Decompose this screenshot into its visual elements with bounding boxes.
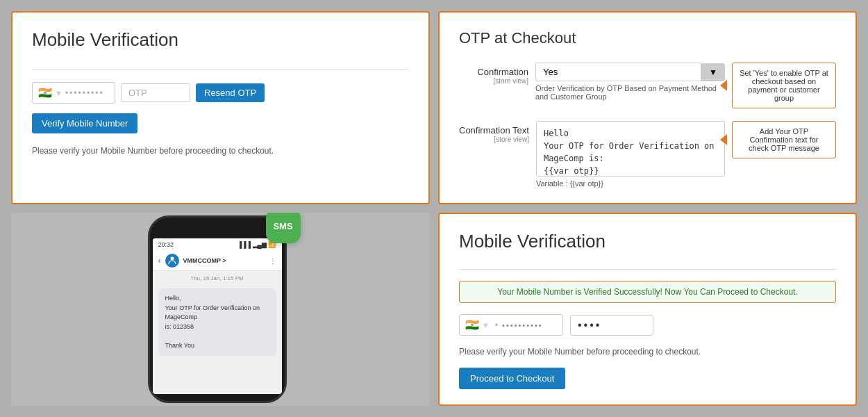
phone-message-text: Hello, Your OTP for Order Verification o… (165, 295, 260, 349)
divider-2 (459, 269, 836, 270)
phone-time: 20:32 (158, 241, 174, 248)
yes-select-row: Yes ▼ (535, 63, 725, 81)
success-banner: Your Mobile Number is Verified Successfu… (459, 281, 836, 303)
select-arrow-icon[interactable]: ▼ (701, 63, 725, 81)
phone-field[interactable]: 🇮🇳 ▼ ••••••••• (32, 82, 115, 104)
resend-otp-button[interactable]: Resend OTP (196, 83, 265, 102)
otp-checkout-title: OTP at Checkout (459, 29, 836, 47)
variable-note: Variable : {{var otp}} (536, 179, 725, 188)
confirmation-label: Confirmation [store view] (459, 63, 528, 85)
phone-input-row: 🇮🇳 ▼ ••••••••• OTP Resend OTP (32, 82, 409, 104)
phone-contact-name: VMMCCOMP > (183, 257, 226, 264)
flag-icon: 🇮🇳 (38, 86, 52, 99)
confirmation-select[interactable]: Yes (535, 63, 701, 81)
confirmation-field-area: Yes ▼ Order Verification by OTP Based on… (535, 63, 725, 101)
svg-point-0 (170, 257, 174, 261)
mobile-verify-title: Mobile Verification (32, 29, 409, 51)
phone-sms-panel: SMS 20:32 ▐▐▐ ▂▄▆ 📶 ‹ VMMCCOMP > (11, 213, 430, 406)
sms-badge: SMS (266, 213, 301, 243)
verified-flag-icon: 🇮🇳 (465, 318, 479, 332)
phone-container: SMS 20:32 ▐▐▐ ▂▄▆ 📶 ‹ VMMCCOMP > (148, 215, 294, 403)
phone-screen: 20:32 ▐▐▐ ▂▄▆ 📶 ‹ VMMCCOMP > ⋮ Thu, 16 J… (153, 238, 282, 394)
verified-phone-field[interactable]: 🇮🇳 ▼ • •••••••••• (459, 314, 563, 336)
phone-signal: ▐▐▐ ▂▄▆ 📶 (237, 241, 276, 248)
callout-arrow-1 (720, 80, 727, 91)
phone-menu-icon[interactable]: ⋮ (269, 257, 276, 265)
phone-contact-avatar (165, 254, 179, 268)
confirmation-field-note: Order Verification by OTP Based on Payme… (535, 84, 725, 101)
phone-message-bubble: Hello, Your OTP for Order Verification o… (158, 288, 276, 356)
mobile-verified-title: Mobile Verification (459, 231, 836, 252)
phone-body: 20:32 ▐▐▐ ▂▄▆ 📶 ‹ VMMCCOMP > ⋮ Thu, 16 J… (148, 215, 287, 403)
mobile-verify-panel: Mobile Verification 🇮🇳 ▼ ••••••••• OTP R… (11, 11, 430, 204)
confirmation-textarea[interactable]: Hello Your OTP for Order Verification on… (536, 121, 725, 177)
confirmation-text-label: Confirmation Text [store view] (459, 121, 529, 143)
confirmation-row: Confirmation [store view] Yes ▼ Order Ve… (459, 63, 836, 108)
phone-date-label: Thu, 16 Jan, 1:15 PM (153, 271, 282, 286)
phone-status-bar: 20:32 ▐▐▐ ▂▄▆ 📶 (153, 238, 282, 251)
confirmation-text-field-area: Hello Your OTP for Order Verification on… (536, 121, 725, 188)
confirmation-text-row: Confirmation Text [store view] Hello You… (459, 121, 836, 188)
phone-back-icon[interactable]: ‹ (158, 256, 161, 265)
callout-box-1: Set 'Yes' to enable OTP at checkout base… (732, 63, 836, 108)
verify-mobile-button[interactable]: Verify Mobile Number (32, 113, 137, 133)
proceed-checkout-button[interactable]: Proceed to Checkout (459, 368, 565, 389)
callout-arrow-2 (720, 134, 727, 145)
callout-box-2: Add Your OTP Confirmation text for check… (732, 121, 836, 158)
verify-note: Please verify your Mobile Number before … (32, 146, 409, 156)
otp-checkout-panel: OTP at Checkout Confirmation [store view… (438, 11, 857, 204)
verified-otp-field[interactable]: •••• (570, 315, 653, 336)
divider (32, 69, 409, 70)
verified-input-row: 🇮🇳 ▼ • •••••••••• •••• (459, 314, 836, 336)
phone-number-dots: ••••••••• (65, 88, 104, 98)
mobile-verified-panel: Mobile Verification Your Mobile Number i… (438, 213, 857, 406)
phone-notch (200, 222, 235, 229)
verified-note: Please verify your Mobile Number before … (459, 347, 836, 357)
phone-header: ‹ VMMCCOMP > ⋮ (153, 251, 282, 271)
otp-field[interactable]: OTP (121, 83, 190, 102)
